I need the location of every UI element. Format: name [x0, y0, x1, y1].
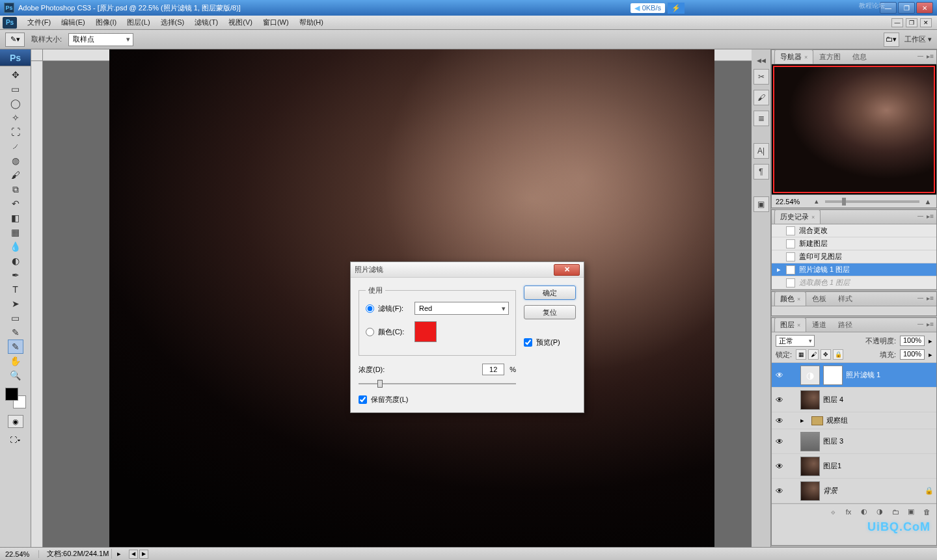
color-collapse-button[interactable]: —	[917, 295, 923, 301]
layer-style-icon[interactable]: fx	[843, 507, 854, 517]
filter-dropdown[interactable]: Red	[414, 302, 509, 315]
mask-thumb[interactable]	[823, 366, 843, 385]
reset-button[interactable]: 复位	[524, 305, 576, 319]
navigator-view-box[interactable]	[773, 66, 935, 193]
menu-view[interactable]: 视图(V)	[223, 16, 258, 29]
ruler-origin[interactable]	[31, 49, 43, 61]
visibility-toggle[interactable]: 👁	[774, 371, 785, 380]
history-item[interactable]: 盖印可见图层	[772, 250, 936, 263]
gradient-tool[interactable]: ▦	[8, 225, 23, 239]
tab-channels[interactable]: 通道	[806, 317, 832, 332]
history-collapse-button[interactable]: —	[917, 213, 923, 219]
scroll-right-button[interactable]: ▶	[139, 550, 148, 559]
dock-icon-5[interactable]: ¶	[754, 164, 769, 180]
zoom-out-icon[interactable]: ▴	[812, 197, 821, 206]
go-bridge-button[interactable]: 🗀▾	[884, 33, 899, 47]
preserve-luminosity-checkbox[interactable]	[359, 395, 367, 404]
menu-edit[interactable]: 编辑(E)	[56, 16, 90, 29]
tab-navigator[interactable]: 导航器×	[774, 49, 813, 64]
foreground-color[interactable]	[5, 388, 18, 401]
density-slider[interactable]	[359, 379, 516, 388]
dock-icon-1[interactable]: ✂	[754, 69, 769, 85]
dock-icon-3[interactable]: ≣	[754, 111, 769, 126]
move-tool[interactable]: ✥	[8, 68, 23, 82]
lasso-tool[interactable]: ◯	[8, 96, 23, 111]
crop-tool[interactable]: ⛶	[8, 125, 23, 139]
preview-checkbox[interactable]	[524, 338, 532, 347]
close-button[interactable]: ✕	[916, 2, 933, 14]
menu-help[interactable]: 帮助(H)	[294, 16, 329, 29]
layer-group-item[interactable]: 👁 ▸ 观察组	[772, 412, 936, 429]
navigator-zoom-value[interactable]: 22.54%	[776, 198, 808, 206]
adjustment-layer-icon[interactable]: ◑	[874, 507, 886, 517]
blur-tool[interactable]: 💧	[8, 239, 23, 254]
group-expand-icon[interactable]: ▸	[800, 416, 808, 425]
vertical-ruler[interactable]	[31, 61, 43, 547]
menu-window[interactable]: 窗口(W)	[258, 16, 294, 29]
layer-item[interactable]: 👁 图层 4	[772, 388, 936, 412]
history-item[interactable]: 新建图层	[772, 237, 936, 250]
menu-layer[interactable]: 图层(L)	[122, 16, 155, 29]
tab-history[interactable]: 历史记录×	[774, 209, 821, 224]
panel-collapse-button[interactable]: —	[917, 53, 923, 59]
sample-size-dropdown[interactable]: 取样点	[68, 33, 133, 46]
tab-swatches[interactable]: 色板	[806, 291, 832, 306]
status-zoom[interactable]: 22.54%	[3, 550, 39, 558]
filter-radio[interactable]	[366, 304, 374, 313]
menu-select[interactable]: 选择(S)	[156, 16, 190, 29]
link-layers-icon[interactable]: ⟐	[827, 507, 839, 517]
visibility-toggle[interactable]: 👁	[774, 487, 785, 496]
tab-layers[interactable]: 图层×	[774, 317, 806, 332]
history-brush-tool[interactable]: ↶	[8, 196, 23, 211]
tab-info[interactable]: 信息	[847, 49, 873, 64]
layer-item[interactable]: 👁 ◑ 照片滤镜 1	[772, 363, 936, 388]
doc-minimize-button[interactable]: —	[891, 18, 903, 27]
color-menu-button[interactable]: ▸≡	[927, 295, 934, 302]
visibility-toggle[interactable]: 👁	[774, 416, 785, 425]
shape-tool[interactable]: ▭	[8, 311, 23, 325]
scroll-left-button[interactable]: ◀	[129, 550, 138, 559]
history-item[interactable]: ▸照片滤镜 1 图层	[772, 263, 936, 276]
layer-item[interactable]: 👁 图层1	[772, 454, 936, 479]
status-doc-info[interactable]: 文档:60.2M/244.1M	[44, 549, 112, 559]
dock-icon-4[interactable]: A|	[754, 143, 769, 159]
adjustment-thumb-icon[interactable]: ◑	[800, 366, 820, 385]
color-swatch[interactable]	[414, 321, 437, 342]
dock-icon-6[interactable]: ▣	[754, 196, 769, 212]
density-input[interactable]	[482, 364, 504, 375]
navigator-preview[interactable]	[772, 64, 936, 194]
layer-item[interactable]: 👁 图层 3	[772, 429, 936, 454]
panel-menu-button[interactable]: ▸≡	[927, 53, 934, 60]
layer-thumb[interactable]	[800, 481, 820, 501]
lock-all-icon[interactable]: 🔒	[833, 349, 843, 360]
screen-mode-toggle[interactable]: ⛶▾	[8, 433, 23, 446]
menu-image[interactable]: 图像(I)	[90, 16, 122, 29]
notes-tool[interactable]: ✎	[8, 325, 23, 340]
color-radio[interactable]	[366, 328, 374, 336]
menu-filter[interactable]: 滤镜(T)	[189, 16, 223, 29]
lock-transparency-icon[interactable]: ▦	[796, 349, 806, 360]
eraser-tool[interactable]: ◧	[8, 211, 23, 225]
layers-menu-button[interactable]: ▸≡	[927, 321, 934, 328]
ps-logo-icon[interactable]: Ps	[0, 49, 31, 66]
dialog-close-button[interactable]: ✕	[554, 264, 580, 276]
tab-paths[interactable]: 路径	[832, 317, 858, 332]
tab-histogram[interactable]: 直方图	[813, 49, 847, 64]
eyedropper-tool[interactable]: ✎	[8, 340, 23, 354]
pen-tool[interactable]: ✒	[8, 268, 23, 282]
ok-button[interactable]: 确定	[524, 286, 576, 300]
layer-thumb[interactable]	[800, 432, 820, 451]
type-tool[interactable]: T	[8, 282, 23, 297]
history-menu-button[interactable]: ▸≡	[927, 213, 934, 220]
menu-file[interactable]: 文件(F)	[22, 16, 56, 29]
history-item[interactable]: 混合更改	[772, 224, 936, 237]
tab-styles[interactable]: 样式	[832, 291, 858, 306]
dock-icon-2[interactable]: 🖌	[754, 90, 769, 105]
status-menu-arrow[interactable]: ▸	[117, 550, 121, 558]
zoom-in-icon[interactable]: ▲	[923, 197, 932, 206]
history-item[interactable]: 选取颜色 1 图层	[772, 276, 936, 289]
color-swatches[interactable]	[5, 388, 26, 408]
visibility-toggle[interactable]: 👁	[774, 395, 785, 405]
doc-close-button[interactable]: ✕	[920, 18, 932, 27]
doc-restore-button[interactable]: ❐	[906, 18, 917, 27]
